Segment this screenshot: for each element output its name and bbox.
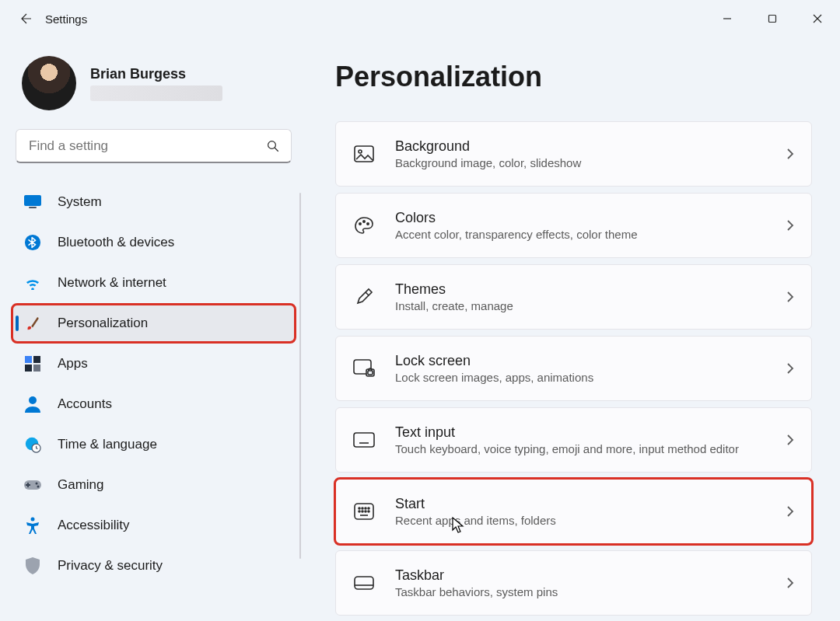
brush-icon [23, 314, 42, 333]
avatar [22, 56, 76, 110]
card-background[interactable]: Background Background image, color, slid… [335, 121, 812, 187]
bluetooth-icon [23, 233, 42, 252]
sidebar-item-personalization[interactable]: Personalization [12, 305, 295, 342]
card-subtitle: Touch keyboard, voice typing, emoji and … [395, 442, 766, 455]
svg-point-45 [359, 511, 360, 512]
titlebar: Settings [0, 0, 840, 37]
user-name: Brian Burgess [90, 66, 222, 82]
sidebar-scrollbar[interactable] [299, 193, 301, 559]
minimize-button[interactable] [705, 0, 750, 37]
card-textinput[interactable]: Text input Touch keyboard, voice typing,… [335, 407, 812, 473]
minimize-icon [723, 14, 732, 23]
svg-point-46 [362, 511, 363, 512]
wifi-icon [23, 274, 42, 292]
card-title: Themes [395, 281, 766, 298]
svg-rect-50 [355, 577, 373, 589]
card-subtitle: Install, create, manage [395, 299, 766, 312]
sidebar-item-privacy[interactable]: Privacy & security [12, 547, 295, 584]
chevron-right-icon [786, 219, 794, 232]
settings-cards: Background Background image, color, slid… [335, 121, 812, 616]
sidebar-item-system[interactable]: System [12, 183, 295, 221]
user-block[interactable]: Brian Burgess [11, 53, 296, 129]
svg-rect-40 [355, 504, 373, 519]
page-title: Personalization [335, 61, 812, 93]
back-button[interactable] [14, 6, 39, 31]
svg-point-24 [367, 223, 369, 225]
card-title: Background [395, 138, 766, 155]
shield-icon [23, 556, 42, 575]
maximize-button[interactable] [750, 0, 795, 37]
sidebar-item-apps[interactable]: Apps [12, 345, 295, 382]
accessibility-icon [23, 516, 42, 535]
sidebar-item-label: Accessibility [58, 518, 130, 533]
user-email-redacted [90, 85, 222, 101]
sidebar-item-label: Privacy & security [58, 558, 163, 574]
back-arrow-icon [19, 12, 33, 26]
svg-point-19 [31, 518, 35, 522]
svg-point-43 [365, 508, 366, 509]
search-icon [266, 139, 280, 153]
card-start[interactable]: Start Recent apps and items, folders [335, 479, 812, 544]
svg-point-13 [29, 396, 37, 404]
svg-point-23 [363, 221, 365, 222]
maximize-icon [768, 14, 777, 23]
card-subtitle: Taskbar behaviors, system pins [395, 585, 766, 598]
svg-point-18 [37, 486, 40, 488]
gamepad-icon [23, 476, 42, 494]
pen-icon [353, 286, 375, 308]
main-content: Personalization Background Background im… [307, 37, 840, 621]
card-themes[interactable]: Themes Install, create, manage [335, 264, 812, 330]
card-subtitle: Background image, color, slideshow [395, 156, 766, 169]
svg-rect-6 [24, 195, 41, 206]
sidebar-item-bluetooth[interactable]: Bluetooth & devices [12, 224, 295, 261]
svg-rect-12 [33, 365, 40, 372]
card-title: Start [395, 496, 766, 512]
card-title: Taskbar [395, 567, 766, 584]
svg-rect-20 [355, 146, 373, 162]
svg-point-17 [36, 483, 38, 485]
start-icon [353, 501, 375, 522]
card-lockscreen[interactable]: Lock screen Lock screen images, apps, an… [335, 336, 812, 401]
person-icon [23, 395, 42, 413]
palette-icon [353, 215, 375, 236]
apps-icon [23, 354, 42, 373]
card-taskbar[interactable]: Taskbar Taskbar behaviors, system pins [335, 550, 812, 616]
svg-point-47 [365, 511, 366, 512]
sidebar-item-accounts[interactable]: Accounts [12, 386, 295, 423]
chevron-right-icon [786, 148, 794, 160]
sidebar-item-network[interactable]: Network & internet [12, 264, 295, 302]
sidebar-item-label: Gaming [58, 477, 104, 493]
sidebar-item-gaming[interactable]: Gaming [12, 466, 295, 504]
sidebar-item-label: Apps [58, 356, 88, 372]
system-icon [23, 193, 42, 211]
sidebar-nav: System Bluetooth & devices Network & int… [11, 180, 296, 588]
svg-rect-7 [29, 207, 37, 208]
sidebar-item-time[interactable]: Time & language [12, 426, 295, 463]
card-subtitle: Lock screen images, apps, animations [395, 371, 766, 384]
svg-rect-11 [25, 365, 32, 372]
sidebar-item-accessibility[interactable]: Accessibility [12, 507, 295, 544]
chevron-right-icon [786, 362, 794, 375]
search-field[interactable] [27, 138, 266, 155]
svg-rect-9 [25, 356, 32, 363]
close-button[interactable] [795, 0, 840, 37]
sidebar-item-label: Personalization [58, 316, 148, 331]
window-controls [705, 0, 840, 37]
window-title: Settings [45, 12, 87, 26]
svg-rect-28 [354, 433, 374, 447]
search-input[interactable] [16, 129, 292, 163]
card-subtitle: Accent color, transparency effects, colo… [395, 228, 766, 241]
sidebar-item-label: Time & language [58, 437, 157, 452]
chevron-right-icon [786, 434, 794, 446]
card-title: Colors [395, 210, 766, 226]
svg-point-22 [359, 223, 361, 225]
card-title: Text input [395, 424, 766, 441]
sidebar: Brian Burgess System Bluetooth & devices [0, 37, 307, 621]
svg-point-44 [368, 508, 369, 509]
card-title: Lock screen [395, 353, 766, 369]
card-colors[interactable]: Colors Accent color, transparency effect… [335, 193, 812, 258]
chevron-right-icon [786, 577, 794, 589]
svg-point-21 [359, 150, 362, 153]
svg-point-41 [359, 508, 360, 509]
svg-rect-1 [769, 16, 776, 23]
